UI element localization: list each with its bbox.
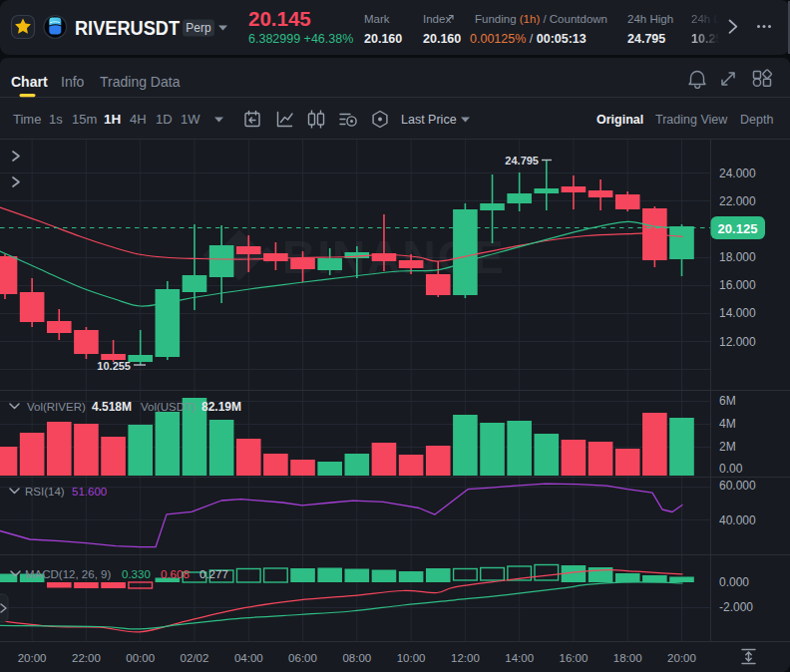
svg-text:04:00: 04:00 [234,652,263,664]
svg-text:4.518M: 4.518M [92,400,132,414]
svg-text:Depth: Depth [740,113,773,127]
svg-text:10.255: 10.255 [97,360,131,372]
svg-text:Original: Original [596,113,643,127]
svg-text:0.00125% / 00:05:13: 0.00125% / 00:05:13 [470,32,587,46]
svg-text:Index: Index [423,13,451,25]
svg-text:-2.000: -2.000 [719,600,753,614]
svg-text:Trading View: Trading View [655,113,728,127]
svg-text:24.000: 24.000 [719,167,756,180]
svg-text:Perp: Perp [186,21,211,35]
svg-text:MACD(12, 26, 9): MACD(12, 26, 9) [25,568,111,580]
svg-text:40.000: 40.000 [719,513,756,527]
svg-text:02/02: 02/02 [181,652,209,664]
svg-text:06:00: 06:00 [288,652,317,664]
svg-text:24h High: 24h High [627,13,673,25]
svg-text:20:00: 20:00 [18,652,47,664]
svg-text:0.000: 0.000 [719,575,749,589]
svg-text:20.145: 20.145 [248,7,311,30]
svg-text:Trading Data: Trading Data [100,74,181,90]
svg-text:22.000: 22.000 [719,194,756,208]
svg-text:4M: 4M [719,417,736,431]
svg-text:18:00: 18:00 [613,652,642,664]
svg-text:Vol(USDT): Vol(USDT) [141,401,196,413]
svg-text:RIVERUSDT: RIVERUSDT [75,16,180,39]
svg-text:0.330: 0.330 [122,568,151,580]
svg-text:1D: 1D [156,112,173,127]
svg-text:20:00: 20:00 [667,652,696,664]
svg-text:20.160: 20.160 [423,32,461,46]
svg-text:1s: 1s [49,112,63,127]
svg-text:6M: 6M [719,394,736,408]
svg-text:6.382999 +46.38%: 6.382999 +46.38% [248,32,353,46]
svg-text:Vol(RIVER): Vol(RIVER) [27,401,86,413]
svg-text:Mark: Mark [364,13,390,25]
svg-text:16.000: 16.000 [719,278,756,292]
svg-text:1W: 1W [181,112,200,127]
svg-text:Last Price: Last Price [401,113,457,127]
svg-text:Chart: Chart [11,74,48,90]
svg-text:14:00: 14:00 [505,652,534,664]
svg-text:16:00: 16:00 [560,652,589,664]
svg-text:10.255: 10.255 [691,32,729,46]
svg-text:51.600: 51.600 [72,486,107,498]
svg-text:24.795: 24.795 [627,32,665,46]
svg-text:0.00: 0.00 [719,462,743,476]
svg-text:1H: 1H [104,112,121,127]
svg-text:24.795: 24.795 [505,155,539,167]
svg-text:10:00: 10:00 [397,652,426,664]
svg-text:12.000: 12.000 [719,335,756,349]
svg-text:60.000: 60.000 [719,479,756,493]
svg-text:20.125: 20.125 [718,221,758,236]
svg-text:0.277: 0.277 [199,568,228,580]
svg-text:RSI(14): RSI(14) [25,486,65,498]
svg-text:Funding (1h) / Countdown: Funding (1h) / Countdown [475,13,607,25]
svg-text:12:00: 12:00 [451,652,480,664]
svg-text:4H: 4H [130,112,147,127]
svg-text:14.000: 14.000 [719,306,756,320]
svg-text:0.608: 0.608 [161,568,190,580]
svg-text:18.000: 18.000 [719,250,756,264]
svg-text:82.19M: 82.19M [201,400,241,414]
svg-text:24h Lo: 24h Lo [691,13,726,25]
svg-text:Info: Info [61,74,85,90]
svg-text:Time: Time [13,112,41,127]
svg-text:15m: 15m [72,112,97,127]
svg-text:22:00: 22:00 [72,652,101,664]
svg-text:08:00: 08:00 [342,652,371,664]
svg-text:2M: 2M [719,440,736,454]
svg-text:20.160: 20.160 [364,32,402,46]
svg-text:00:00: 00:00 [126,652,155,664]
